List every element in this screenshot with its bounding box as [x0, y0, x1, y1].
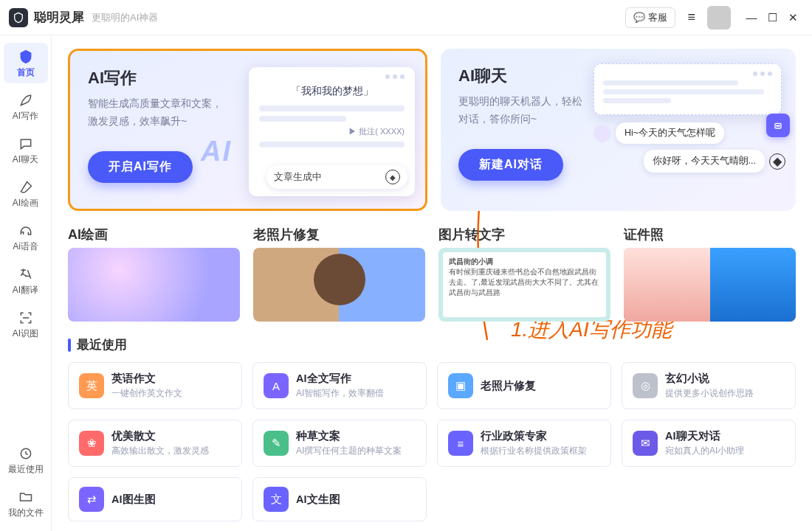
app-name: 聪明灵犀 — [34, 9, 84, 26]
tool-title: AI文生图 — [296, 493, 340, 507]
recent-tool-6[interactable]: ≡行业政策专家根据行业名称提供政策框架 — [437, 420, 611, 467]
feather-icon — [4, 92, 48, 108]
recent-tool-5[interactable]: ✎种草文案AI撰写任何主题的种草文案 — [252, 420, 427, 467]
recent-tool-1[interactable]: AAI全文写作AI智能写作，效率翻倍 — [252, 362, 427, 409]
feature-thumb — [624, 248, 796, 322]
hero-card-chat[interactable]: AI聊天 更聪明的聊天机器人，轻松 对话，答你所问~ 新建AI对话 Hi~今天的… — [441, 49, 796, 211]
tool-desc: 根据行业名称提供政策框架 — [481, 445, 587, 457]
chat-icon — [4, 136, 48, 152]
app-logo — [9, 8, 28, 27]
hero-chat-desc: 更聪明的聊天机器人，轻松 对话，答你所问~ — [458, 93, 606, 128]
section-title-recent: 最近使用 — [68, 336, 796, 353]
recent-tool-7[interactable]: ✉AI聊天对话宛如真人的AI小助理 — [622, 420, 796, 467]
sidebar-item-paint[interactable]: AI绘画 — [4, 173, 48, 214]
home-icon — [4, 49, 48, 65]
sidebar-item-voice[interactable]: Ai语音 — [4, 217, 48, 257]
preview-footer: 文章生成中 ◆ — [266, 165, 407, 189]
tool-icon: ◎ — [633, 373, 658, 398]
chat-preview: Hi~今天的天气怎样呢 你好呀，今天天气晴朗... ◆ — [593, 63, 785, 173]
chat-bubble: 你好呀，今天天气晴朗... — [644, 150, 765, 173]
app-subtitle: 更聪明的AI神器 — [92, 11, 158, 24]
recent-tool-3[interactable]: ◎玄幻小说提供更多小说创作思路 — [622, 362, 796, 409]
recent-tool-0[interactable]: 英英语作文一键创作英文作文 — [68, 362, 242, 409]
recent-tool-2[interactable]: ▣老照片修复 — [437, 362, 611, 409]
chat-bot-icon — [766, 114, 790, 137]
tool-text: 老照片修复 — [481, 379, 536, 393]
sidebar-item-label: 最近使用 — [4, 463, 48, 476]
chat-message-user: Hi~今天的天气怎样呢 — [593, 122, 785, 144]
tool-text: 英语作文一键创作英文作文 — [111, 372, 182, 400]
user-avatar-small — [593, 125, 611, 142]
tool-icon: ❀ — [79, 431, 104, 456]
preview-title: 「我和我的梦想」 — [259, 85, 405, 98]
sidebar-item-translate[interactable]: AI翻译 — [4, 260, 48, 301]
brush-icon — [4, 179, 48, 195]
section-bar-icon — [68, 339, 71, 352]
tool-title: 种草文案 — [296, 429, 402, 443]
ocr-document-preview: 武昌街的小调 有时候到重庆碰来些书总会不自然地跟武昌街去走。了,最近发现武昌街大… — [443, 252, 606, 317]
sidebar-item-files[interactable]: 我的文件 — [4, 483, 48, 524]
tool-icon: ▣ — [448, 373, 473, 398]
feature-thumb: 武昌街的小调 有时候到重庆碰来些书总会不自然地跟武昌街去走。了,最近发现武昌街大… — [438, 248, 610, 322]
feature-card-ocr[interactable]: 图片转文字 武昌街的小调 有时候到重庆碰来些书总会不自然地跟武昌街去走。了,最近… — [438, 226, 610, 322]
sidebar-item-write[interactable]: AI写作 — [4, 86, 48, 127]
feature-title: AI绘画 — [68, 226, 240, 243]
tool-text: AI文生图 — [296, 493, 340, 507]
feature-card-paint[interactable]: AI绘画 — [68, 226, 240, 322]
recent-tool-8[interactable]: ⇄AI图生图 — [68, 477, 242, 521]
section-title-text: 最近使用 — [77, 336, 127, 353]
writing-preview: AI 「我和我的梦想」 ▶ 批注( XXXX) 文章生成中 ◆ — [245, 67, 415, 200]
customer-service-button[interactable]: 💬 客服 — [625, 7, 675, 28]
feature-card-photo[interactable]: 老照片修复 — [253, 226, 425, 322]
sidebar-item-label: AI翻译 — [4, 284, 48, 296]
recent-tool-4[interactable]: ❀优美散文高效输出散文，激发灵感 — [68, 420, 242, 467]
sidebar-item-vision[interactable]: AI识图 — [4, 304, 48, 344]
preview-meta: ▶ 批注( XXXX) — [259, 126, 405, 137]
sidebar-item-label: 我的文件 — [4, 507, 48, 519]
close-button[interactable]: ✕ — [782, 11, 803, 24]
sidebar-item-label: AI写作 — [4, 110, 48, 122]
sidebar-item-label: AI绘画 — [4, 197, 48, 209]
feature-thumb — [68, 248, 240, 322]
translate-icon — [4, 266, 48, 282]
tool-title: AI聊天对话 — [665, 429, 744, 443]
sidebar-item-chat[interactable]: AI聊天 — [4, 130, 48, 170]
ai-badge: AI — [201, 136, 232, 167]
logo-mini-icon: ◆ — [769, 153, 785, 170]
start-writing-button[interactable]: 开启AI写作 — [88, 151, 193, 183]
scan-icon — [4, 310, 48, 326]
tool-desc: AI智能写作，效率翻倍 — [296, 387, 384, 400]
user-avatar[interactable] — [707, 6, 731, 30]
tool-title: 行业政策专家 — [481, 429, 587, 443]
preview-footer-text: 文章生成中 — [274, 170, 322, 184]
desc-line: 更聪明的聊天机器人，轻松 — [458, 95, 582, 107]
maximize-button[interactable]: ☐ — [762, 11, 782, 24]
sidebar-item-home[interactable]: 首页 — [4, 43, 48, 83]
feature-card-idphoto[interactable]: 证件照 — [624, 226, 796, 322]
feature-row: AI绘画 老照片修复 图片转文字 武昌街的小调 有时候到重庆碰来些书总会不自然地… — [68, 226, 796, 322]
tool-desc: AI撰写任何主题的种草文案 — [296, 445, 402, 457]
tool-desc: 宛如真人的AI小助理 — [665, 445, 744, 457]
ocr-doc-title: 武昌街的小调 — [449, 257, 493, 266]
clock-icon — [4, 445, 48, 462]
hero-card-writing[interactable]: AI写作 智能生成高质量文章和文案， 激发灵感，效率飙升~ 开启AI写作 AI … — [68, 49, 427, 211]
sidebar-item-recent[interactable]: 最近使用 — [4, 440, 48, 480]
tool-icon: ≡ — [448, 431, 473, 456]
tool-text: AI全文写作AI智能写作，效率翻倍 — [296, 372, 384, 400]
feature-title: 证件照 — [624, 226, 796, 243]
recent-tool-9[interactable]: 文AI文生图 — [252, 477, 427, 521]
sidebar: 首页 AI写作 AI聊天 AI绘画 Ai语音 AI翻译 AI识图 最 — [0, 35, 52, 531]
tool-icon: ✎ — [264, 431, 289, 456]
sidebar-item-label: AI聊天 — [4, 153, 48, 166]
tool-icon: ✉ — [633, 431, 658, 456]
menu-button[interactable]: ≡ — [683, 7, 700, 28]
sidebar-item-label: 首页 — [4, 66, 48, 79]
desc-line: 智能生成高质量文章和文案， — [88, 97, 222, 109]
desc-line: 激发灵感，效率飙升~ — [88, 115, 187, 127]
desc-line: 对话，答你所问~ — [458, 113, 537, 125]
new-chat-button[interactable]: 新建AI对话 — [458, 149, 563, 181]
sidebar-item-label: AI识图 — [4, 327, 48, 340]
chat-bubble: Hi~今天的天气怎样呢 — [616, 122, 724, 144]
feature-title: 老照片修复 — [253, 226, 425, 243]
minimize-button[interactable]: — — [741, 11, 762, 24]
